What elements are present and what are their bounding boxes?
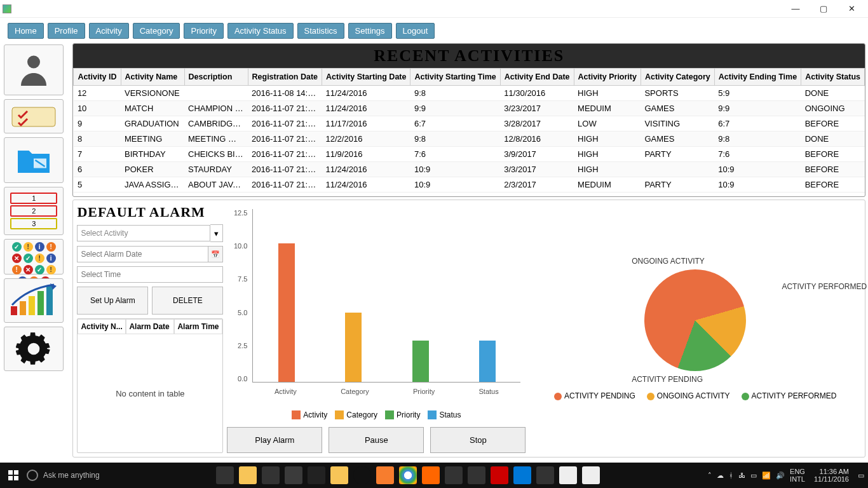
select-activity-dropdown[interactable]: Select Activity: [77, 225, 210, 241]
onedrive-icon[interactable]: ☁: [717, 471, 724, 480]
recent-activities-title: RECENT ACTIVITIES: [73, 44, 865, 68]
edge-icon[interactable]: [262, 466, 280, 484]
table-row[interactable]: 8MEETINGMEETING WITH ...2016-11-07 21:3.…: [74, 132, 865, 147]
explorer-icon[interactable]: [239, 466, 257, 484]
menu-home[interactable]: Home: [8, 23, 44, 39]
table-row[interactable]: 5JAVA ASSIGN...ABOUT JAVA INT...2016-11-…: [74, 177, 865, 193]
column-header[interactable]: Description: [184, 69, 248, 86]
column-header[interactable]: Activity Priority: [574, 69, 641, 86]
dot-warn-icon: !: [24, 242, 33, 252]
minimize-button[interactable]: —: [782, 0, 810, 18]
tray-up-icon[interactable]: ˄: [708, 471, 712, 480]
svg-rect-4: [11, 306, 17, 315]
dot-info-icon: i: [35, 242, 44, 252]
legend-item: ONGOING ACTIVITY: [647, 391, 730, 400]
stop-button[interactable]: Stop: [430, 427, 526, 453]
search-placeholder: Ask me anything: [43, 471, 100, 480]
alarm-date-input[interactable]: [77, 246, 208, 262]
chrome-icon[interactable]: [399, 466, 417, 484]
app-icon[interactable]: [468, 466, 485, 484]
delete-alarm-button[interactable]: DELETE: [152, 287, 223, 315]
xampp-icon[interactable]: [376, 466, 394, 484]
tray-time[interactable]: 11:36 AM: [814, 468, 849, 475]
recent-activities-panel: RECENT ACTIVITIES Activity IDActivity Na…: [72, 43, 865, 197]
column-header[interactable]: Activity Starting Time: [410, 69, 500, 86]
menu-profile[interactable]: Profile: [48, 23, 85, 39]
notifications-icon[interactable]: ▭: [858, 471, 864, 480]
mcafee-icon[interactable]: [491, 466, 508, 484]
terminal-icon[interactable]: [308, 466, 325, 484]
dot-alert-icon: !: [12, 265, 22, 274]
dot-ok-icon: ✓: [24, 254, 33, 263]
network-icon[interactable]: 🖧: [738, 471, 745, 479]
tray-date[interactable]: 11/11/2016: [814, 475, 849, 483]
system-tray[interactable]: ˄ ☁ ᚼ 🖧 ▭ 📶 🔊 ENG INTL 11:36 AM 11/11/20…: [704, 468, 868, 483]
menu-activity[interactable]: Acitvity: [89, 23, 129, 39]
wifi-icon[interactable]: 📶: [762, 471, 771, 480]
close-button[interactable]: ✕: [837, 0, 865, 18]
svg-rect-12: [14, 476, 18, 480]
sidebar-status-dots[interactable]: ✓ ! i ! ✕ ✓ ! i ! ✕ ✓ ! i ! ✕: [4, 239, 64, 274]
column-header[interactable]: Activity End Date: [500, 69, 574, 86]
column-header[interactable]: Activity Starting Date: [322, 69, 410, 86]
taskbar: Ask me anything ˄ ☁ ᚼ 🖧 ▭ 📶 🔊 ENG INTL: [0, 463, 868, 488]
battery-icon[interactable]: ▭: [750, 471, 757, 480]
sidebar-folder[interactable]: [4, 137, 64, 183]
maximize-button[interactable]: ▢: [810, 0, 837, 18]
chevron-down-icon[interactable]: ▾: [210, 224, 223, 242]
calendar-icon[interactable]: 📅: [208, 246, 223, 262]
java-icon[interactable]: [582, 466, 600, 484]
play-alarm-button[interactable]: Play Alarm: [227, 427, 322, 453]
app-icon[interactable]: [445, 466, 463, 484]
start-button[interactable]: [0, 470, 27, 480]
dot-info-icon: i: [46, 254, 56, 263]
table-row[interactable]: 9GRADUATIONCAMBRIDGE GR...2016-11-07 21:…: [74, 116, 865, 132]
column-header[interactable]: Activity ID: [74, 69, 121, 86]
rank-2: 2: [10, 205, 57, 217]
menu-activity-status[interactable]: Activity Status: [227, 23, 294, 39]
edge-icon[interactable]: [513, 466, 531, 484]
column-header[interactable]: Registration Date: [248, 69, 322, 86]
menu-category[interactable]: Category: [133, 23, 180, 39]
menu-statistics[interactable]: Statistics: [297, 23, 344, 39]
column-header[interactable]: Activity Status: [801, 69, 865, 86]
taskview-icon[interactable]: [216, 466, 234, 484]
column-header[interactable]: Activity Ending Time: [714, 69, 801, 86]
table-row[interactable]: 6POKERSTAURDAY2016-11-07 21:2...11/24/20…: [74, 162, 865, 177]
legend-item: Status: [428, 410, 461, 419]
taskbar-search[interactable]: Ask me anything: [27, 470, 211, 481]
table-row[interactable]: 12VERSIONONE2016-11-08 14:3...11/24/2016…: [74, 86, 865, 101]
svg-rect-11: [8, 476, 13, 480]
activities-table-scroll[interactable]: Activity IDActivity NameDescriptionRegis…: [73, 68, 865, 196]
alarm-time-input[interactable]: [77, 266, 223, 283]
user-icon: [15, 51, 53, 89]
sidebar-settings[interactable]: [4, 327, 64, 371]
tray-lang[interactable]: ENG: [790, 468, 805, 475]
dot-ok-icon: ✓: [12, 242, 22, 252]
main-menubar: Home Profile Acitvity Category Priority …: [0, 20, 868, 41]
app-icon[interactable]: [353, 466, 371, 484]
sublime-icon[interactable]: [285, 466, 302, 484]
store-icon[interactable]: [330, 466, 348, 484]
column-header[interactable]: Activity Name: [121, 69, 184, 86]
tray-kbd[interactable]: INTL: [790, 475, 805, 483]
vlc-icon[interactable]: [422, 466, 440, 484]
table-row[interactable]: 7BIRTHDAYCHEICKS BIRTHD...2016-11-07 21:…: [74, 147, 865, 162]
table-row[interactable]: 10MATCHCHAMPION LEA...2016-11-07 21:3...…: [74, 101, 865, 116]
sidebar-notes[interactable]: [4, 99, 64, 133]
bluetooth-icon[interactable]: ᚼ: [729, 471, 733, 479]
alarm-title: DEFAULT ALARM: [77, 204, 223, 220]
column-header[interactable]: Activity Category: [641, 69, 714, 86]
sidebar-profile[interactable]: [4, 44, 64, 95]
menu-settings[interactable]: Settings: [348, 23, 392, 39]
pause-button[interactable]: Pause: [329, 427, 424, 453]
menu-priority[interactable]: Priority: [184, 23, 223, 39]
setup-alarm-button[interactable]: Set Up Alarm: [77, 287, 148, 315]
pie-chart-panel: ONGOING ACTIVITY ACTIVITY PERFORMED ACTI…: [529, 204, 861, 453]
volume-icon[interactable]: 🔊: [776, 471, 785, 480]
app-icon[interactable]: [536, 466, 554, 484]
sidebar-rank[interactable]: 1 2 3: [4, 187, 64, 235]
menu-logout[interactable]: Logout: [396, 23, 435, 39]
sidebar-stats[interactable]: [4, 278, 64, 323]
app-icon[interactable]: [559, 466, 577, 484]
